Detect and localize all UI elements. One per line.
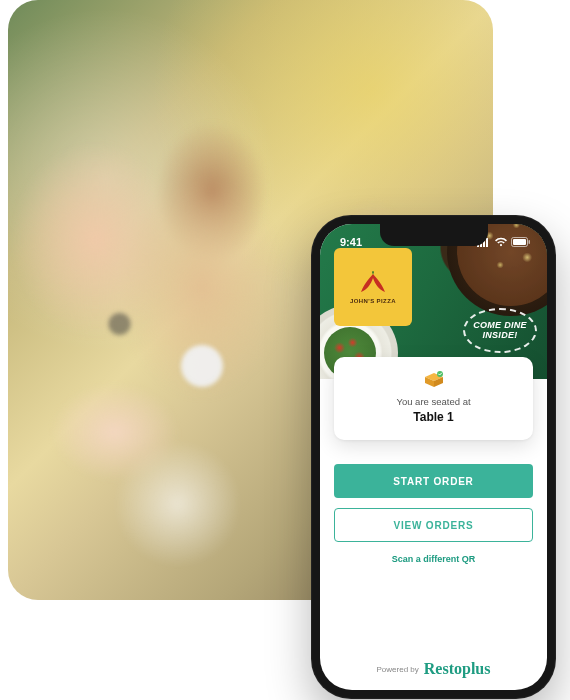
scan-different-qr-link[interactable]: Scan a different QR [334,554,533,564]
battery-icon [511,237,531,247]
seated-label: You are seated at [396,396,470,407]
powered-by-label: Powered by [377,665,419,674]
chili-logo-icon [357,270,389,296]
brand-name: Restoplus [424,660,491,678]
table-name: Table 1 [413,410,453,424]
svg-rect-6 [529,240,531,244]
restaurant-logo: John's Pizza [334,248,412,326]
phone-frame: 9:41 John's Pizza [311,215,556,699]
phone-notch [380,224,488,246]
wifi-icon [494,237,508,247]
svg-rect-5 [513,239,526,245]
promo-badge: COME DINE INSIDE! [463,308,537,353]
promo-badge-text: COME DINE INSIDE! [469,321,531,341]
start-order-button[interactable]: START ORDER [334,464,533,498]
view-orders-button[interactable]: VIEW ORDERS [334,508,533,542]
table-icon [423,371,445,389]
restaurant-name: John's Pizza [350,298,396,304]
footer: Powered by Restoplus [320,660,547,678]
action-group: START ORDER VIEW ORDERS Scan a different… [334,464,533,564]
seated-card: You are seated at Table 1 [334,357,533,440]
phone-screen: 9:41 John's Pizza [320,224,547,690]
status-time: 9:41 [340,236,362,248]
svg-rect-3 [486,238,488,247]
